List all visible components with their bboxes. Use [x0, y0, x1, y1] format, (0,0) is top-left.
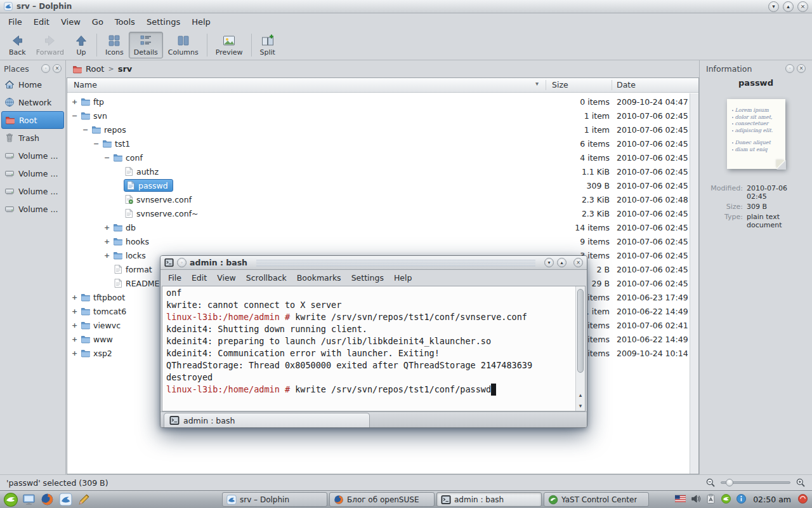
- tray-geeko[interactable]: [721, 493, 731, 506]
- tree-expander-icon[interactable]: +: [71, 293, 78, 302]
- column-header-date[interactable]: Date: [617, 80, 636, 90]
- place-volume-4[interactable]: Volume ...: [1, 147, 64, 164]
- konsole-close-button[interactable]: ×: [573, 258, 583, 267]
- konsole-menu-file[interactable]: File: [163, 271, 187, 285]
- konsole-menu-scrollback[interactable]: Scrollback: [241, 271, 292, 285]
- toolbar-forward-button[interactable]: Forward: [31, 32, 69, 58]
- file-row-svn[interactable]: −svn1 item2010-07-06 02:45: [67, 109, 698, 123]
- minimize-button[interactable]: ▾: [768, 1, 779, 12]
- information-detach-button[interactable]: ◦: [785, 64, 794, 73]
- file-row-db[interactable]: +db14 items2010-07-06 02:45: [67, 220, 698, 234]
- launcher-file-manager[interactable]: [57, 491, 74, 508]
- dolphin-menu-help[interactable]: Help: [186, 15, 216, 29]
- konsole-menu-button[interactable]: ◦: [177, 258, 187, 267]
- scroll-down-icon[interactable]: ▾: [579, 403, 582, 409]
- file-row-conf[interactable]: −conf4 items2010-07-06 02:45: [67, 150, 698, 164]
- konsole-menu-bookmarks[interactable]: Bookmarks: [292, 271, 346, 285]
- column-divider[interactable]: [612, 80, 612, 90]
- konsole-minimize-button[interactable]: ▾: [544, 258, 554, 267]
- close-button[interactable]: ×: [797, 1, 808, 12]
- tree-expander-icon[interactable]: +: [71, 349, 78, 358]
- konsole-tab[interactable]: admin : bash: [164, 413, 370, 427]
- task-srv-dolphin[interactable]: srv – Dolphin: [222, 492, 327, 507]
- zoom-out-icon[interactable]: [705, 478, 716, 488]
- place-volume-5[interactable]: Volume ...: [1, 164, 64, 182]
- file-row-repos[interactable]: −repos1 item2010-07-06 02:45: [67, 123, 698, 137]
- scroll-up-icon[interactable]: ▴: [579, 392, 582, 398]
- terminal-scrollbar-thumb[interactable]: [577, 289, 584, 373]
- file-row-ftp[interactable]: +ftp0 items2009-10-24 04:47: [67, 95, 698, 109]
- column-divider[interactable]: [546, 80, 546, 90]
- dolphin-menu-view[interactable]: View: [55, 15, 86, 29]
- toolbar-up-button[interactable]: Up: [69, 32, 93, 58]
- place-volume-7[interactable]: Volume ...: [1, 200, 64, 218]
- breadcrumb-root[interactable]: Root: [72, 64, 104, 74]
- dolphin-menu-go[interactable]: Go: [86, 15, 109, 29]
- file-row-tst1[interactable]: −tst16 items2010-07-06 02:45: [67, 137, 698, 150]
- places-close-button[interactable]: ×: [53, 64, 62, 73]
- zoom-in-icon[interactable]: [796, 478, 806, 488]
- dolphin-menu-settings[interactable]: Settings: [141, 15, 186, 29]
- toolbar-icons-button[interactable]: Icons: [100, 32, 129, 58]
- place-home-0[interactable]: Home: [1, 76, 64, 93]
- toolbar-split-button[interactable]: Split: [255, 32, 280, 58]
- file-row-authz[interactable]: authz1.1 KiB2010-07-06 02:45: [67, 164, 698, 178]
- maximize-button[interactable]: ▴: [783, 1, 794, 12]
- konsole-menu-edit[interactable]: Edit: [187, 271, 212, 285]
- column-header-size[interactable]: Size: [552, 80, 568, 90]
- file-row-svnserve-conf[interactable]: svnserve.conf2.3 KiB2010-07-06 02:48: [67, 192, 698, 206]
- tree-expander-icon[interactable]: +: [103, 237, 110, 246]
- toolbar-details-button[interactable]: Details: [129, 32, 163, 58]
- terminal-output[interactable]: onfkwrite: cannot connect to X serverlin…: [162, 286, 575, 411]
- tree-expander-icon[interactable]: +: [71, 98, 78, 106]
- places-detach-button[interactable]: ◦: [41, 64, 50, 73]
- dolphin-titlebar[interactable]: srv – Dolphin ▾ ▴ ×: [0, 0, 812, 13]
- launcher-web-browser[interactable]: [39, 491, 56, 508]
- tree-expander-icon[interactable]: −: [71, 112, 78, 120]
- place-root-2[interactable]: Root: [1, 111, 64, 129]
- tray-speaker[interactable]: [690, 493, 701, 506]
- toolbar-columns-button[interactable]: Columns: [163, 32, 204, 58]
- task-admin-bash[interactable]: admin : bash: [436, 492, 542, 507]
- tree-expander-icon[interactable]: −: [93, 140, 100, 148]
- tree-expander-icon[interactable]: +: [103, 251, 110, 260]
- konsole-titlebar[interactable]: ◦ admin : bash ▾ ▴ ×: [160, 256, 587, 270]
- zoom-slider-handle[interactable]: [726, 479, 733, 486]
- launcher-text-editor[interactable]: [75, 491, 93, 508]
- konsole-menu-view[interactable]: View: [212, 271, 241, 285]
- tree-expander-icon[interactable]: +: [71, 307, 78, 316]
- tray-flag-us[interactable]: [675, 493, 686, 506]
- terminal-scrollbar[interactable]: ▴ ▾: [575, 286, 585, 411]
- toolbar-back-button[interactable]: Back: [4, 32, 31, 58]
- konsole-menu-settings[interactable]: Settings: [346, 271, 389, 285]
- place-volume-6[interactable]: Volume ...: [1, 182, 64, 200]
- konsole-menu-help[interactable]: Help: [389, 271, 417, 285]
- tree-expander-icon[interactable]: −: [82, 126, 89, 134]
- task-opensuse[interactable]: Блог об openSUSE: [329, 492, 435, 507]
- file-row-svnserve-conf[interactable]: svnserve.conf~2.3 KiB2010-07-06 02:45: [67, 206, 698, 220]
- clock[interactable]: 02:50 am: [753, 495, 791, 504]
- place-network-1[interactable]: Network: [1, 93, 64, 111]
- breadcrumb-srv[interactable]: srv: [118, 64, 133, 74]
- launcher-desktop[interactable]: [20, 491, 37, 508]
- launcher-kickoff[interactable]: [2, 491, 19, 508]
- tray-red-circle[interactable]: [797, 493, 808, 506]
- file-list-scrollbar[interactable]: [690, 93, 698, 474]
- zoom-slider[interactable]: [721, 478, 790, 488]
- dolphin-menu-file[interactable]: File: [3, 15, 28, 29]
- toolbar-preview-button[interactable]: Preview: [211, 32, 248, 58]
- file-row-hooks[interactable]: +hooks9 items2010-07-06 02:45: [67, 234, 698, 248]
- tree-expander-icon[interactable]: +: [71, 335, 78, 344]
- task-yast-control-center[interactable]: YaST Control Center: [544, 492, 649, 507]
- tree-expander-icon[interactable]: −: [103, 154, 110, 162]
- dolphin-menu-tools[interactable]: Tools: [109, 15, 141, 29]
- tray-klipper[interactable]: [705, 493, 716, 506]
- file-row-passwd[interactable]: passwd309 B2010-07-06 02:45: [67, 178, 698, 192]
- tree-expander-icon[interactable]: +: [71, 321, 78, 330]
- information-close-button[interactable]: ×: [797, 64, 806, 73]
- column-header-name[interactable]: Name: [74, 80, 97, 90]
- place-trash-3[interactable]: Trash: [1, 129, 64, 147]
- konsole-maximize-button[interactable]: ▴: [557, 258, 566, 267]
- tree-expander-icon[interactable]: +: [103, 224, 110, 232]
- tray-info[interactable]: [736, 493, 747, 506]
